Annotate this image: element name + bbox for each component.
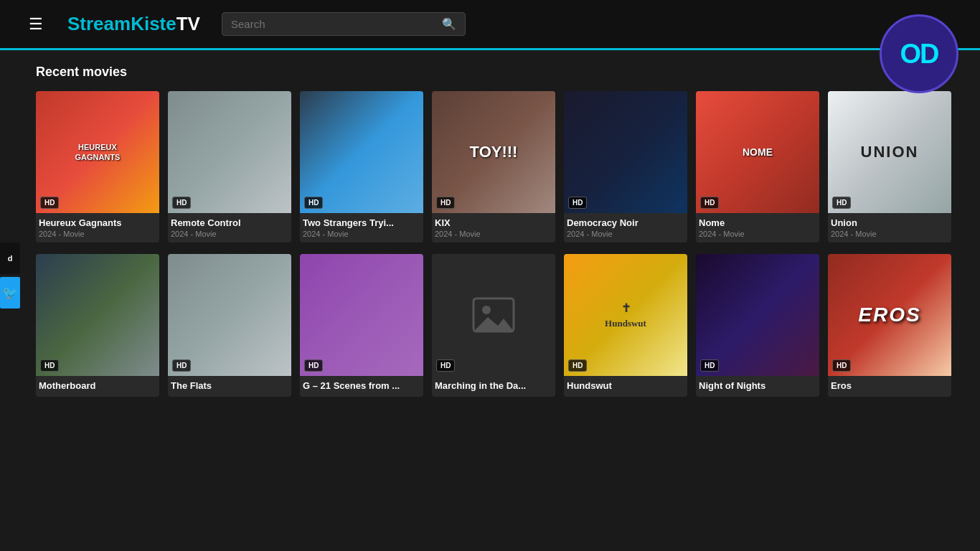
movie-info-2: Two Strangers Tryi... 2024 - Movie: [300, 213, 423, 242]
movie-thumb-6: UNION HD: [828, 91, 951, 213]
movie-thumb-5: NOME HD: [696, 91, 819, 213]
movie-info-10: Marching in the Da...: [432, 376, 555, 397]
movie-info-5: Nome 2024 - Movie: [696, 213, 819, 242]
hd-badge-9: HD: [304, 359, 323, 372]
logo-text: OD: [900, 39, 938, 70]
movie-thumb-10: HD: [432, 254, 555, 376]
movie-meta-0: 2024 - Movie: [39, 230, 156, 238]
hd-badge-7: HD: [40, 359, 59, 372]
movie-title-12: Night of Nights: [699, 380, 816, 391]
movie-thumb-9: HD: [300, 254, 423, 376]
placeholder-image-icon: [472, 297, 515, 333]
ad-label: d: [8, 254, 13, 263]
movie-title-11: Hundswut: [567, 380, 684, 391]
main-content: Recent movies HEUREUXGAGNANTS HD Heureux…: [0, 50, 980, 437]
movie-title-3: KIX: [435, 217, 552, 228]
movie-info-3: KIX 2024 - Movie: [432, 213, 555, 242]
movie-meta-3: 2024 - Movie: [435, 230, 552, 238]
movie-grid-row1: HEUREUXGAGNANTS HD Heureux Gagnants 2024…: [36, 91, 951, 242]
movie-card-0[interactable]: HEUREUXGAGNANTS HD Heureux Gagnants 2024…: [36, 91, 159, 242]
movie-card-10[interactable]: HD Marching in the Da...: [432, 254, 555, 397]
movie-card-12[interactable]: HD Night of Nights: [696, 254, 819, 397]
movie-meta-5: 2024 - Movie: [699, 230, 816, 238]
hd-badge-12: HD: [700, 359, 719, 372]
site-title-cyan: StreamKiste: [67, 13, 176, 34]
hd-badge-10: HD: [436, 359, 455, 372]
svg-marker-2: [473, 317, 514, 331]
hd-badge-3: HD: [436, 197, 455, 209]
ad-button[interactable]: d: [0, 242, 20, 274]
movie-info-0: Heureux Gagnants 2024 - Movie: [36, 213, 159, 242]
movie-info-6: Union 2024 - Movie: [828, 213, 951, 242]
movie-title-10: Marching in the Da...: [435, 380, 552, 391]
twitter-icon: 🐦: [2, 285, 18, 301]
movie-info-4: Democracy Noir 2024 - Movie: [564, 213, 687, 242]
hd-badge-4: HD: [568, 197, 587, 209]
section-title-recent: Recent movies: [36, 65, 951, 80]
movie-info-12: Night of Nights: [696, 376, 819, 397]
hd-badge-6: HD: [832, 197, 851, 209]
movie-card-13[interactable]: EROS HD Eros: [828, 254, 951, 397]
hd-badge-13: HD: [832, 359, 851, 372]
movie-title-4: Democracy Noir: [567, 217, 684, 228]
header: ☰ StreamKisteTV 🔍: [0, 0, 980, 50]
site-title: StreamKisteTV: [67, 13, 200, 35]
movie-info-9: G – 21 Scenes from ...: [300, 376, 423, 397]
movie-meta-1: 2024 - Movie: [171, 230, 288, 238]
movie-grid-row2: HD Motherboard HD The Flats HD G – 21 Sc…: [36, 254, 951, 397]
hd-badge-2: HD: [304, 197, 323, 209]
movie-card-5[interactable]: NOME HD Nome 2024 - Movie: [696, 91, 819, 242]
movie-title-8: The Flats: [171, 380, 288, 391]
movie-info-8: The Flats: [168, 376, 291, 397]
movie-title-5: Nome: [699, 217, 816, 228]
movie-meta-6: 2024 - Movie: [831, 230, 948, 238]
movie-meta-2: 2024 - Movie: [303, 230, 420, 238]
search-bar: 🔍: [222, 12, 466, 36]
search-input[interactable]: [231, 18, 436, 30]
movie-card-7[interactable]: HD Motherboard: [36, 254, 159, 397]
movie-title-2: Two Strangers Tryi...: [303, 217, 420, 228]
movie-thumb-3: TOY!!! HD: [432, 91, 555, 213]
movie-card-9[interactable]: HD G – 21 Scenes from ...: [300, 254, 423, 397]
social-sidebar: d 🐦: [0, 242, 20, 309]
movie-card-1[interactable]: HD Remote Control 2024 - Movie: [168, 91, 291, 242]
movie-card-2[interactable]: HD Two Strangers Tryi... 2024 - Movie: [300, 91, 423, 242]
movie-thumb-11: ✝ Hundswut HD: [564, 254, 687, 376]
movie-title-1: Remote Control: [171, 217, 288, 228]
movie-thumb-13: EROS HD: [828, 254, 951, 376]
menu-icon[interactable]: ☰: [29, 15, 43, 34]
movie-card-8[interactable]: HD The Flats: [168, 254, 291, 397]
movie-thumb-12: HD: [696, 254, 819, 376]
twitter-button[interactable]: 🐦: [0, 277, 20, 309]
svg-point-1: [482, 306, 491, 314]
movie-card-3[interactable]: TOY!!! HD KIX 2024 - Movie: [432, 91, 555, 242]
movie-card-4[interactable]: HD Democracy Noir 2024 - Movie: [564, 91, 687, 242]
movie-title-9: G – 21 Scenes from ...: [303, 380, 420, 391]
site-title-white: TV: [176, 13, 200, 34]
movie-meta-4: 2024 - Movie: [567, 230, 684, 238]
search-icon[interactable]: 🔍: [442, 17, 456, 31]
movie-thumb-7: HD: [36, 254, 159, 376]
movie-thumb-0: HEUREUXGAGNANTS HD: [36, 91, 159, 213]
movie-thumb-4: HD: [564, 91, 687, 213]
hd-badge-11: HD: [568, 359, 587, 372]
movie-info-13: Eros: [828, 376, 951, 397]
movie-thumb-8: HD: [168, 254, 291, 376]
movie-card-11[interactable]: ✝ Hundswut HD Hundswut: [564, 254, 687, 397]
movie-card-6[interactable]: UNION HD Union 2024 - Movie: [828, 91, 951, 242]
movie-thumb-2: HD: [300, 91, 423, 213]
movie-info-7: Motherboard: [36, 376, 159, 397]
movie-title-13: Eros: [831, 380, 948, 391]
movie-title-7: Motherboard: [39, 380, 156, 391]
logo-circle[interactable]: OD: [880, 14, 958, 93]
movie-title-6: Union: [831, 217, 948, 228]
movie-title-0: Heureux Gagnants: [39, 217, 156, 228]
movie-info-11: Hundswut: [564, 376, 687, 397]
hd-badge-5: HD: [700, 197, 719, 209]
hd-badge-1: HD: [172, 197, 191, 209]
hd-badge-0: HD: [40, 197, 59, 209]
movie-thumb-1: HD: [168, 91, 291, 213]
hd-badge-8: HD: [172, 359, 191, 372]
movie-info-1: Remote Control 2024 - Movie: [168, 213, 291, 242]
